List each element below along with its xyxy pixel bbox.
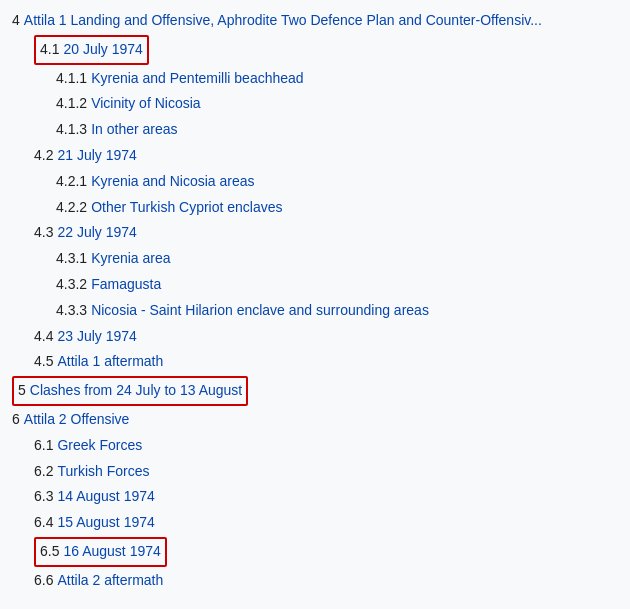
- toc-item-item-6-5: 6.516 August 1974: [34, 536, 618, 568]
- boxed-wrapper: 5Clashes from 24 July to 13 August: [12, 376, 248, 406]
- toc-link-item-6-5[interactable]: 16 August 1974: [63, 543, 160, 559]
- toc-item-item-4-2-1: 4.2.1Kyrenia and Nicosia areas: [56, 169, 618, 195]
- toc-item-item-4-1-2: 4.1.2Vicinity of Nicosia: [56, 91, 618, 117]
- toc-number: 4.2: [34, 147, 53, 163]
- toc-number: 4.3.3: [56, 302, 87, 318]
- toc-item-item-6-2: 6.2Turkish Forces: [34, 459, 618, 485]
- toc-link-item-4-3-2[interactable]: Famagusta: [91, 276, 161, 292]
- toc-number: 6.6: [34, 572, 53, 588]
- toc-link-item-4-2-1[interactable]: Kyrenia and Nicosia areas: [91, 173, 254, 189]
- toc-item-item-6-3: 6.314 August 1974: [34, 484, 618, 510]
- toc-link-item-4-1-1[interactable]: Kyrenia and Pentemilli beachhead: [91, 70, 303, 86]
- toc-link-item-4-3[interactable]: 22 July 1974: [57, 224, 136, 240]
- toc-item-item-6-6: 6.6Attila 2 aftermath: [34, 568, 618, 594]
- toc-number: 6.4: [34, 514, 53, 530]
- toc-item-item-4-3-3: 4.3.3Nicosia - Saint Hilarion enclave an…: [56, 298, 618, 324]
- toc-item-item-4-1-1: 4.1.1Kyrenia and Pentemilli beachhead: [56, 66, 618, 92]
- toc-item-item-4-4: 4.423 July 1974: [34, 324, 618, 350]
- toc-number: 4.3.1: [56, 250, 87, 266]
- toc-link-item-6-4[interactable]: 15 August 1974: [57, 514, 154, 530]
- toc-number: 4.5: [34, 353, 53, 369]
- toc-number: 4.1: [40, 41, 59, 57]
- toc-link-item-6-2[interactable]: Turkish Forces: [57, 463, 149, 479]
- toc-number: 4.2.2: [56, 199, 87, 215]
- toc-number: 4.1.3: [56, 121, 87, 137]
- toc-item-item-6-4: 6.415 August 1974: [34, 510, 618, 536]
- toc-number: 4: [12, 12, 20, 28]
- toc-item-item-4-1: 4.120 July 1974: [34, 34, 618, 66]
- toc-number: 4.3: [34, 224, 53, 240]
- toc-item-item-4-2-2: 4.2.2Other Turkish Cypriot enclaves: [56, 195, 618, 221]
- toc-item-item-4-1-3: 4.1.3In other areas: [56, 117, 618, 143]
- toc-item-item-4: 4Attila 1 Landing and Offensive, Aphrodi…: [12, 8, 618, 34]
- toc-link-item-5[interactable]: Clashes from 24 July to 13 August: [30, 382, 242, 398]
- toc-number: 6: [12, 411, 20, 427]
- boxed-wrapper: 4.120 July 1974: [34, 35, 149, 65]
- toc-link-item-6-1[interactable]: Greek Forces: [57, 437, 142, 453]
- toc-link-item-4-2[interactable]: 21 July 1974: [57, 147, 136, 163]
- toc-link-item-4-1-2[interactable]: Vicinity of Nicosia: [91, 95, 200, 111]
- toc-link-item-6-3[interactable]: 14 August 1974: [57, 488, 154, 504]
- toc-item-item-4-2: 4.221 July 1974: [34, 143, 618, 169]
- toc-number: 6.3: [34, 488, 53, 504]
- toc-link-item-4-4[interactable]: 23 July 1974: [57, 328, 136, 344]
- toc-item-item-4-5: 4.5Attila 1 aftermath: [34, 349, 618, 375]
- toc-item-item-4-3-1: 4.3.1Kyrenia area: [56, 246, 618, 272]
- toc-number: 4.2.1: [56, 173, 87, 189]
- toc-item-item-5: 5Clashes from 24 July to 13 August: [12, 375, 618, 407]
- toc-item-item-6: 6Attila 2 Offensive: [12, 407, 618, 433]
- toc-list: 4Attila 1 Landing and Offensive, Aphrodi…: [12, 8, 618, 594]
- toc-link-item-4-5[interactable]: Attila 1 aftermath: [57, 353, 163, 369]
- toc-number: 6.1: [34, 437, 53, 453]
- boxed-wrapper: 6.516 August 1974: [34, 537, 167, 567]
- toc-item-item-6-1: 6.1Greek Forces: [34, 433, 618, 459]
- toc-link-item-6[interactable]: Attila 2 Offensive: [24, 411, 130, 427]
- toc-link-item-4-1[interactable]: 20 July 1974: [63, 41, 142, 57]
- toc-item-item-4-3: 4.322 July 1974: [34, 220, 618, 246]
- toc-number: 4.1.1: [56, 70, 87, 86]
- toc-link-item-6-6[interactable]: Attila 2 aftermath: [57, 572, 163, 588]
- toc-number: 6.2: [34, 463, 53, 479]
- toc-item-item-4-3-2: 4.3.2Famagusta: [56, 272, 618, 298]
- toc-number: 4.4: [34, 328, 53, 344]
- toc-number: 4.1.2: [56, 95, 87, 111]
- toc-link-item-4-3-1[interactable]: Kyrenia area: [91, 250, 170, 266]
- toc-link-item-4[interactable]: Attila 1 Landing and Offensive, Aphrodit…: [24, 12, 542, 28]
- toc-link-item-4-1-3[interactable]: In other areas: [91, 121, 177, 137]
- toc-number: 4.3.2: [56, 276, 87, 292]
- toc-link-item-4-2-2[interactable]: Other Turkish Cypriot enclaves: [91, 199, 282, 215]
- toc-number: 5: [18, 382, 26, 398]
- toc-number: 6.5: [40, 543, 59, 559]
- toc-link-item-4-3-3[interactable]: Nicosia - Saint Hilarion enclave and sur…: [91, 302, 429, 318]
